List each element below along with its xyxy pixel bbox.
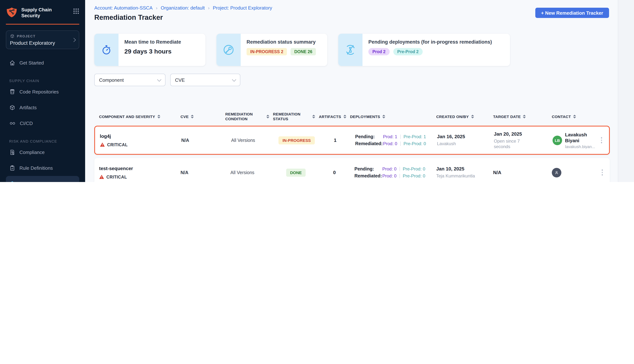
cell-target-date: Jan 20, 2025 Open since 7 seconds [494, 131, 552, 150]
breadcrumb-account[interactable]: Account: Automation-SSCA [94, 5, 153, 11]
header-cve[interactable]: CVE [180, 114, 225, 119]
breadcrumb: Account: Automation-SSCA › Organization:… [94, 0, 610, 11]
card-icon-strip [94, 34, 119, 66]
cell-artifacts: 0 [319, 170, 350, 175]
created-date: Jan 16, 2025 [437, 134, 494, 139]
sort-icon [471, 115, 474, 118]
component-name: test-sequencer [99, 166, 180, 171]
sidebar-item-remediation-tracker[interactable]: Remediation Tracker [6, 176, 79, 182]
header-contact[interactable]: CONTACT [552, 114, 605, 119]
pending-label: Pending: [355, 166, 382, 172]
cell-deployments: Pending: Prod: 0 Pre-Prod: 0 Remediated:… [350, 166, 436, 180]
table-row[interactable]: log4j CRITICAL N/A All Versions IN-PROGR… [94, 126, 610, 155]
sidebar-item-code-repositories[interactable]: Code Repositories [6, 84, 79, 100]
divider [399, 174, 400, 178]
target-subtext: Open since 7 seconds [494, 138, 530, 150]
cell-remediation-status: DONE [273, 168, 319, 176]
sidebar-item-label: Rule Definitions [20, 165, 53, 171]
right-rail [618, 0, 634, 182]
sidebar-item-get-started[interactable]: Get Started [6, 55, 79, 71]
header-target-date[interactable]: TARGET DATE [493, 114, 552, 119]
component-filter-select[interactable]: Component [94, 74, 165, 86]
cell-created-on-by: Jan 16, 2025 Lavakush [437, 134, 494, 147]
divider [400, 134, 401, 139]
cell-target-date: N/A [493, 170, 552, 175]
header-artifacts[interactable]: ARTIFACTS [319, 114, 350, 119]
contact-avatar: LB [552, 136, 562, 145]
sort-icon [382, 115, 385, 118]
sidebar-item-cicd[interactable]: CI/CD [6, 116, 79, 131]
sidebar-item-compliance[interactable]: Compliance [6, 144, 79, 160]
pending-prod-value: Prod: 1 [383, 133, 397, 140]
severity: CRITICAL [100, 142, 181, 147]
remediated-prod-value: Prod: 0 [383, 140, 397, 147]
header-created-on-by[interactable]: CREATED ON/BY [436, 114, 493, 119]
row-menu-kebab-icon[interactable] [599, 136, 603, 145]
pending-prod-value: Prod: 0 [382, 166, 396, 172]
header-deployments[interactable]: DEPLOYMENTS [350, 114, 436, 119]
sidebar-accent-divider [6, 24, 79, 24]
breadcrumb-organization[interactable]: Organization: default [161, 5, 205, 11]
new-remediation-tracker-button[interactable]: + New Remediation Tracker [535, 8, 609, 18]
remediated-line: Remediated: Prod: 0 Pre-Prod: 0 [355, 172, 436, 180]
header-remediation-status[interactable]: REMEDIATION STATUS [273, 112, 319, 121]
wrench-circle-icon [222, 44, 235, 56]
sidebar-item-label: Compliance [20, 150, 45, 155]
sort-icon [312, 115, 315, 118]
chevron-right-icon [72, 38, 76, 42]
header-remediation-condition[interactable]: REMEDIATION CONDITION [225, 112, 273, 121]
remediation-box-icon [9, 181, 16, 182]
chevron-down-icon [157, 77, 161, 82]
breadcrumb-project[interactable]: Project: Product Exploratory [213, 5, 272, 11]
project-selector[interactable]: PROJECT Product Exploratory [6, 30, 79, 49]
sort-icon [523, 115, 526, 118]
table-row[interactable]: test-sequencer CRITICAL N/A All Versions… [94, 158, 610, 182]
cell-deployments: Pending: Prod: 1 Pre-Prod: 1 Remediated:… [351, 133, 437, 147]
created-date: Jan 10, 2025 [436, 166, 493, 172]
card-pending-deployments: Pending deployments (for in-progress rem… [338, 34, 510, 66]
sidebar-item-rule-definitions[interactable]: Rule Definitions [6, 160, 79, 176]
header-component-severity[interactable]: COMPONENT AND SEVERITY [99, 114, 180, 119]
component-name: log4j [100, 134, 181, 139]
sidebar-item-label: Artifacts [20, 105, 37, 110]
app-switcher-grid-icon[interactable] [73, 8, 79, 14]
pending-label: Pending: [355, 133, 383, 140]
created-by: Lavakush [437, 141, 494, 147]
code-repository-icon [9, 89, 16, 95]
document-search-icon [9, 149, 16, 156]
card-title: Pending deployments (for in-progress rem… [368, 39, 492, 45]
preprod-pending-pill: Pre-Prod 2 [393, 48, 423, 55]
cell-remediation-status: IN-PROGRESS [274, 136, 320, 144]
pending-line: Pending: Prod: 1 Pre-Prod: 1 [355, 133, 437, 140]
row-menu-kebab-icon[interactable] [600, 168, 604, 177]
severity-label: CRITICAL [106, 175, 127, 179]
sort-icon [343, 115, 346, 118]
card-icon-strip [216, 34, 241, 66]
sort-icon [573, 115, 576, 118]
card-title: Mean time to Remediate [124, 39, 181, 45]
cell-component: log4j CRITICAL [100, 134, 181, 147]
sidebar-item-label: CI/CD [20, 120, 33, 126]
remediated-preprod-value: Pre-Prod: 0 [403, 172, 425, 180]
cell-cve: N/A [180, 170, 225, 175]
contact-name: Lavakush Biyani [565, 132, 596, 144]
hourglass-cycle-icon [344, 44, 357, 56]
cve-filter-select[interactable]: CVE [170, 74, 240, 86]
box-icon [9, 104, 16, 111]
in-progress-count-badge: IN-PROGRESS 2 [246, 48, 287, 55]
target-date: Jan 20, 2025 [494, 131, 552, 136]
pending-line: Pending: Prod: 0 Pre-Prod: 0 [355, 166, 436, 172]
cell-created-on-by: Jan 10, 2025 Teja Kummarikuntla [436, 166, 493, 179]
card-title: Remediation status summary [246, 39, 316, 45]
cell-artifacts: 1 [320, 138, 351, 143]
sort-icon [266, 115, 269, 118]
app-window: Supply Chain Security PROJECT Product Ex… [0, 0, 634, 182]
clipboard-check-icon [9, 165, 16, 171]
cell-cve: N/A [181, 138, 226, 143]
sidebar-item-label: Remediation Tracker [20, 181, 64, 182]
table-header: COMPONENT AND SEVERITY CVE REMEDIATION C… [94, 112, 610, 121]
sidebar-item-artifacts[interactable]: Artifacts [6, 100, 79, 116]
breadcrumb-separator: › [208, 5, 209, 10]
project-label: PROJECT [17, 34, 36, 38]
cell-contact [552, 168, 605, 177]
